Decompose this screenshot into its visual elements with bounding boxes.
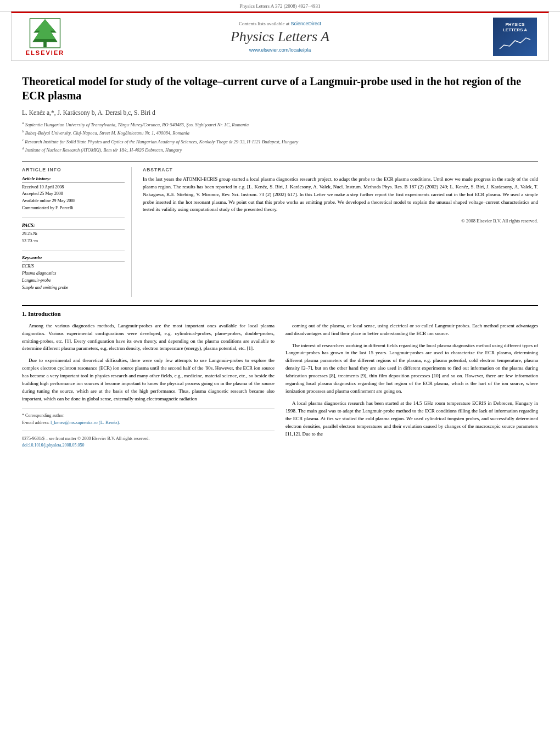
- abstract-text: In the last years the ATOMKI-ECRIS group…: [143, 176, 538, 214]
- keywords-block: Keywords: ECRIS Plasma diagnostics Langm…: [22, 255, 125, 291]
- doi-line[interactable]: doi:10.1016/j.physleta.2008.05.050: [22, 442, 275, 449]
- issn-line: 0375-9601/$ – see front matter © 2008 El…: [22, 436, 275, 442]
- journal-url[interactable]: www.elsevier.com/locate/pla: [70, 47, 490, 53]
- corresponding-author: * Corresponding author.: [22, 412, 275, 419]
- right-para-3: A local plasma diagnostics research has …: [285, 400, 538, 438]
- right-para-2: The interest of researchers working in d…: [285, 342, 538, 396]
- authors-text: L. Kenéz a,*, J. Karácsony b, A. Derzsi …: [22, 109, 155, 116]
- keyword-1: ECRIS: [22, 263, 125, 270]
- footnote-area: * Corresponding author. E-mail address: …: [22, 409, 275, 449]
- email-line: E-mail address: l_kenez@ms.sapientia.ro …: [22, 419, 275, 426]
- body-columns: Among the various diagnostics methods, L…: [22, 322, 538, 449]
- journal-header: ELSEVIER Contents lists available at Sci…: [11, 12, 549, 61]
- pacs-value-2: 52.70.-m: [22, 238, 125, 245]
- page: Physics Letters A 372 (2008) 4927–4931 E…: [0, 0, 560, 742]
- keyword-3: Langmuir-probe: [22, 277, 125, 284]
- journal-logo-right: PHYSICS LETTERS A: [490, 18, 540, 56]
- main-content: Theoretical model for study of the volta…: [0, 61, 560, 454]
- communicated-by: Communicated by F. Porcelli: [22, 205, 125, 212]
- elsevier-brand-text: ELSEVIER: [26, 49, 64, 56]
- article-info-abstract-section: ARTICLE INFO Article history: Received 1…: [22, 161, 538, 297]
- svg-marker-2: [35, 19, 55, 38]
- abstract-copyright: © 2008 Elsevier B.V. All rights reserved…: [143, 218, 538, 224]
- affil-d: Institute of Nuclear Research (ATOMKI), …: [25, 147, 182, 153]
- intro-para-1: Among the various diagnostics methods, L…: [22, 322, 275, 353]
- email-address[interactable]: l_kenez@ms.sapientia.ro (L. Kenéz).: [51, 420, 120, 425]
- article-info-col: ARTICLE INFO Article history: Received 1…: [22, 167, 132, 297]
- article-title: Theoretical model for study of the volta…: [22, 74, 538, 103]
- footnote-divider: [22, 431, 275, 431]
- affiliations: a Sapientia Hungarian University of Tran…: [22, 120, 538, 154]
- article-history-block: Article history: Received 10 April 2008 …: [22, 176, 125, 212]
- affil-a: Sapientia Hungarian University of Transy…: [25, 122, 249, 127]
- journal-center: Contents lists available at ScienceDirec…: [70, 21, 490, 53]
- accepted-date: Accepted 25 May 2008: [22, 191, 125, 198]
- keyword-2: Plasma diagnostics: [22, 270, 125, 277]
- abstract-title: ABSTRACT: [143, 167, 538, 172]
- section-divider: [22, 305, 538, 306]
- badge-title-line1: PHYSICS: [505, 22, 524, 27]
- intro-section-heading: 1. Introduction: [22, 310, 538, 317]
- elsevier-logo: ELSEVIER: [20, 18, 70, 56]
- pacs-block: PACS: 29.25.Ni 52.70.-m: [22, 222, 125, 245]
- history-label: Article history:: [22, 176, 125, 183]
- body-right-col: coming out of the plasma, or local sense…: [285, 322, 538, 449]
- sciencedirect-line: Contents lists available at ScienceDirec…: [70, 21, 490, 26]
- body-left-col: Among the various diagnostics methods, L…: [22, 322, 275, 449]
- keywords-label: Keywords:: [22, 255, 125, 262]
- elsevier-tree-icon: [29, 18, 61, 48]
- journal-citation: Physics Letters A 372 (2008) 4927–4931: [239, 3, 320, 9]
- received-date: Received 10 April 2008: [22, 184, 125, 191]
- keyword-4: Simple and emitting probe: [22, 284, 125, 292]
- top-bar: Physics Letters A 372 (2008) 4927–4931: [0, 0, 560, 12]
- sciencedirect-link[interactable]: ScienceDirect: [290, 21, 321, 26]
- article-info-title: ARTICLE INFO: [22, 167, 125, 172]
- physics-letters-badge: PHYSICS LETTERS A: [493, 18, 537, 56]
- journal-title: Physics Letters A: [70, 29, 490, 45]
- divider-pacs: [22, 217, 125, 218]
- intro-para-2: Due to experimental and theoretical diff…: [22, 357, 275, 403]
- pacs-value-1: 29.25.Ni: [22, 231, 125, 238]
- affil-b: Babeş-Bolyai University, Cluj-Napoca, St…: [25, 130, 189, 136]
- badge-title-line2: LETTERS A: [503, 27, 527, 33]
- affil-c: Research Institute for Solid State Physi…: [25, 139, 298, 144]
- authors-line: L. Kenéz a,*, J. Karácsony b, A. Derzsi …: [22, 109, 538, 116]
- divider-keywords: [22, 250, 125, 250]
- right-para-1: coming out of the plasma, or local sense…: [285, 322, 538, 338]
- pacs-label: PACS:: [22, 222, 125, 230]
- abstract-col: ABSTRACT In the last years the ATOMKI-EC…: [143, 167, 538, 297]
- available-date: Available online 29 May 2008: [22, 198, 125, 205]
- badge-chart-icon: [499, 35, 531, 52]
